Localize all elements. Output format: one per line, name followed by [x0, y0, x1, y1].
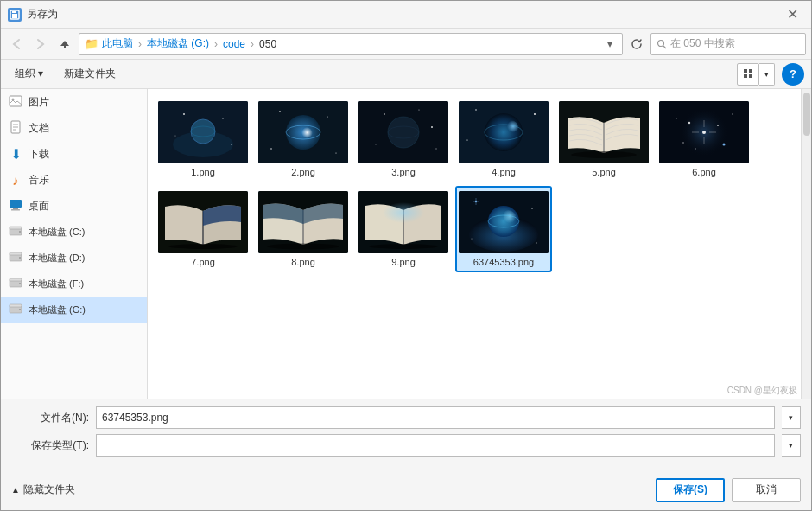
cancel-button[interactable]: 取消	[732, 478, 801, 502]
music-icon: ♪	[8, 173, 23, 188]
address-bar[interactable]: 📁 此电脑 › 本地磁盘 (G:) › code › 050 ▾	[79, 33, 623, 55]
svg-rect-16	[13, 208, 18, 209]
svg-point-49	[384, 113, 385, 115]
sidebar-item-desktop[interactable]: 桌面	[1, 193, 147, 219]
svg-rect-1	[12, 14, 17, 18]
sidebar-item-documents[interactable]: 文档	[1, 115, 147, 141]
filename-input[interactable]	[96, 406, 775, 429]
filetype-input[interactable]	[96, 434, 775, 457]
help-button[interactable]: ?	[782, 63, 804, 86]
chevron-icon: ▲	[11, 485, 20, 495]
svg-point-81	[267, 244, 339, 250]
sidebar-item-music[interactable]: ♪ 音乐	[1, 167, 147, 193]
organize-button[interactable]: 组织 ▾	[8, 63, 50, 86]
new-folder-button[interactable]: 新建文件夹	[57, 63, 123, 86]
file-name: 4.png	[492, 167, 516, 177]
svg-point-53	[435, 148, 436, 149]
dialog-title: 另存为	[27, 7, 780, 22]
file-item[interactable]: 3.png	[355, 96, 452, 182]
search-bar[interactable]: 在 050 中搜索	[650, 33, 806, 55]
file-name: 9.png	[391, 257, 416, 267]
filename-dropdown[interactable]: ▾	[782, 406, 801, 429]
view-button[interactable]	[737, 63, 759, 86]
svg-point-48	[388, 117, 419, 148]
svg-line-4	[663, 46, 666, 48]
svg-rect-15	[10, 200, 22, 208]
file-item[interactable]: 8.png	[255, 186, 352, 272]
watermark: CSDN @星幻夜极	[727, 385, 797, 397]
file-item[interactable]: 2.png	[255, 96, 352, 182]
file-name: 1.png	[191, 167, 215, 177]
svg-point-94	[471, 238, 472, 239]
file-thumbnail	[258, 101, 348, 163]
back-button[interactable]	[6, 34, 27, 54]
svg-point-73	[732, 113, 733, 114]
svg-point-3	[658, 40, 664, 46]
file-thumbnail	[258, 191, 348, 253]
sidebar-label-downloads: 下载	[29, 147, 49, 162]
file-thumbnail	[459, 191, 549, 253]
svg-rect-22	[10, 252, 22, 255]
sidebar-label-documents: 文档	[29, 121, 49, 136]
svg-rect-5	[744, 69, 747, 73]
sidebar-item-drive-c[interactable]: 本地磁盘 (C:)	[1, 219, 147, 245]
file-item[interactable]: 1.png	[155, 96, 251, 182]
svg-point-43	[279, 111, 281, 112]
svg-point-36	[222, 118, 224, 119]
file-item-selected[interactable]: 63745353.png	[455, 186, 552, 272]
sidebar-item-drive-f[interactable]: 本地磁盘 (F:)	[1, 271, 147, 297]
sidebar-label-drive-c: 本地磁盘 (C:)	[29, 226, 85, 239]
hide-folder-label: 隐藏文件夹	[23, 482, 75, 497]
file-item[interactable]: 6.png	[656, 96, 752, 182]
sidebar-item-downloads[interactable]: ⬇ 下载	[1, 141, 147, 167]
svg-point-20	[19, 231, 21, 233]
file-thumbnail	[358, 101, 448, 163]
svg-point-61	[466, 139, 467, 140]
sidebar-item-drive-g[interactable]: 本地磁盘 (G:)	[1, 297, 147, 323]
sidebar-label-pictures: 图片	[29, 95, 49, 110]
file-name: 3.png	[391, 167, 416, 177]
file-name: 7.png	[191, 257, 215, 267]
address-part-2: 本地磁盘 (G:)	[147, 36, 209, 51]
svg-point-29	[19, 309, 21, 310]
sidebar-item-drive-d[interactable]: 本地磁盘 (D:)	[1, 245, 147, 271]
svg-point-93	[531, 208, 533, 209]
up-button[interactable]	[54, 34, 75, 54]
bottom-form: 文件名(N): ▾ 保存类型(T): ▾	[1, 399, 811, 469]
close-button[interactable]: ✕	[780, 3, 804, 27]
svg-point-45	[270, 148, 271, 149]
filetype-dropdown[interactable]: ▾	[782, 434, 801, 457]
svg-point-95	[536, 242, 536, 243]
filetype-label: 保存类型(T):	[11, 438, 89, 453]
file-item[interactable]: 5.png	[555, 96, 652, 182]
search-icon	[657, 39, 667, 49]
view-dropdown[interactable]: ▾	[759, 63, 775, 86]
file-scrollbar[interactable]	[801, 89, 811, 399]
sidebar-label-drive-d: 本地磁盘 (D:)	[29, 252, 85, 265]
svg-point-72	[676, 118, 676, 118]
refresh-button[interactable]	[626, 34, 647, 54]
address-dropdown[interactable]: ▾	[603, 34, 617, 54]
file-name: 6.png	[692, 167, 716, 177]
file-item[interactable]: 9.png	[355, 186, 452, 272]
file-thumbnail	[459, 101, 549, 163]
svg-point-67	[688, 122, 690, 124]
sidebar-label-drive-g: 本地磁盘 (G:)	[29, 303, 86, 316]
file-thumbnail	[358, 191, 448, 253]
sidebar: 图片 文档 ⬇ 下载 ♪ 音乐 桌面	[1, 89, 148, 399]
sidebar-item-pictures[interactable]: 图片	[1, 89, 147, 115]
file-thumbnail	[559, 101, 649, 163]
pictures-icon	[8, 95, 23, 110]
forward-button[interactable]	[30, 34, 51, 54]
dialog-icon	[8, 8, 22, 22]
folder-icon: 📁	[85, 37, 98, 50]
hide-folder-toggle[interactable]: ▲ 隐藏文件夹	[11, 482, 75, 497]
svg-point-38	[231, 144, 232, 145]
file-item[interactable]: 7.png	[155, 186, 251, 272]
file-name: 5.png	[592, 167, 616, 177]
svg-point-59	[475, 109, 476, 110]
save-button[interactable]: 保存(S)	[656, 478, 725, 502]
file-item[interactable]: 4.png	[455, 96, 552, 182]
svg-point-79	[168, 244, 238, 249]
svg-point-88	[499, 210, 517, 227]
